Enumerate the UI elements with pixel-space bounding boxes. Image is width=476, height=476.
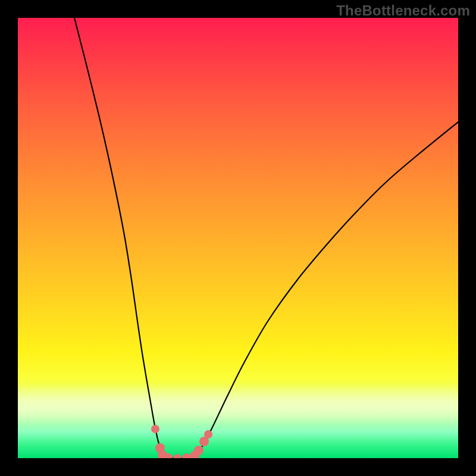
series-right-branch bbox=[195, 122, 458, 456]
series-left-branch bbox=[74, 18, 162, 455]
valley-dot-4 bbox=[173, 454, 181, 458]
curve-svg bbox=[18, 18, 458, 458]
marker-group bbox=[151, 425, 212, 458]
valley-dot-9 bbox=[204, 430, 212, 439]
chart-frame: TheBottleneck.com bbox=[0, 0, 476, 476]
valley-dot-5 bbox=[182, 453, 190, 458]
plot-area bbox=[18, 18, 458, 458]
series-group bbox=[74, 18, 458, 458]
watermark-text: TheBottleneck.com bbox=[336, 2, 470, 19]
valley-dot-7 bbox=[194, 446, 203, 455]
valley-dot-0 bbox=[151, 425, 159, 433]
